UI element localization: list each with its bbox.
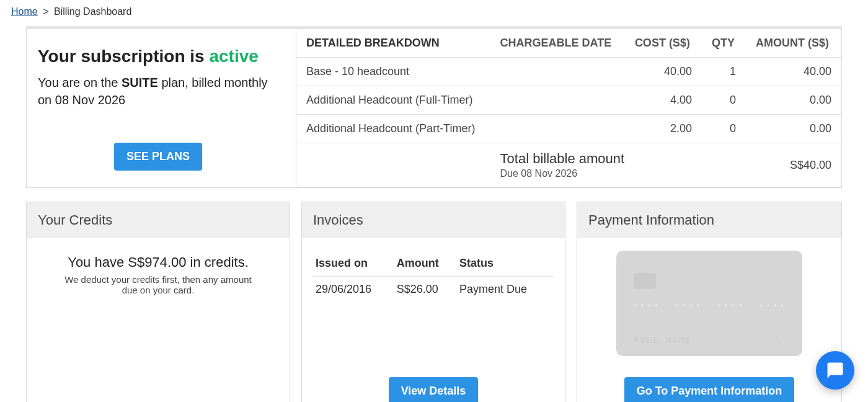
goto-payment-info-button[interactable]: Go To Payment Information: [624, 377, 795, 402]
invoices-header-status: Status: [457, 251, 554, 277]
credits-headline: You have S$974.00 in credits.: [38, 254, 278, 270]
breakdown-item-qty: 0: [702, 115, 746, 143]
breakdown-item-qty: 1: [702, 58, 746, 86]
invoices-title: Invoices: [302, 202, 565, 238]
view-details-button[interactable]: View Details: [389, 377, 479, 402]
breakdown-item-label: Additional Headcount (Part-Timer): [296, 115, 490, 143]
breakdown-row: Base - 10 headcount40.00140.00: [296, 58, 841, 86]
breadcrumb-current: Billing Dashboard: [54, 6, 131, 17]
card-number-dots: • • • •• • • •• • • •• • • •: [634, 302, 785, 310]
breakdown-header-qty: QTY: [702, 29, 746, 58]
card-chip-icon: [634, 273, 656, 289]
payment-title: Payment Information: [577, 202, 841, 238]
breakdown-item-cost: 4.00: [625, 86, 702, 115]
card-name-placeholder: FULL NAME: [634, 335, 692, 345]
card-expiry-placeholder: ../..: [768, 336, 785, 345]
invoice-row: 29/06/2016S$26.00Payment Due: [313, 277, 554, 303]
invoices-header-issued: Issued on: [313, 251, 394, 277]
breakdown-header-amount: AMOUNT (S$): [746, 29, 841, 58]
subscription-title-prefix: Your subscription is: [38, 47, 209, 66]
subscription-desc-prefix: You are on the: [38, 76, 122, 89]
breakdown-item-cost: 2.00: [625, 115, 702, 143]
breakdown-item-label: Additional Headcount (Full-Timer): [296, 86, 490, 115]
breadcrumb-home-link[interactable]: Home: [11, 6, 38, 17]
breakdown-item-chargeable: [490, 115, 625, 143]
credits-subtext: We deduct your credits first, then any a…: [38, 274, 278, 295]
breakdown-header-chargeable: CHARGEABLE DATE: [490, 29, 625, 58]
breakdown-item-amount: 0.00: [746, 86, 841, 115]
breakdown-row: Additional Headcount (Full-Timer)4.0000.…: [296, 86, 841, 115]
credit-card-placeholder: • • • •• • • •• • • •• • • • FULL NAME .…: [616, 251, 802, 356]
breadcrumb-separator: >: [43, 6, 48, 17]
breakdown-header-cost: COST (S$): [625, 29, 702, 58]
total-billable-label: Total billable amount: [500, 151, 693, 167]
breakdown-panel: DETAILED BREAKDOWN CHARGEABLE DATE COST …: [296, 29, 842, 188]
breakdown-item-label: Base - 10 headcount: [296, 58, 490, 86]
invoices-header-amount: Amount: [394, 251, 457, 277]
invoice-cell-amount: S$26.00: [394, 277, 457, 303]
invoices-table: Issued on Amount Status 29/06/2016S$26.0…: [313, 251, 554, 302]
breakdown-header-detailed: DETAILED BREAKDOWN: [296, 29, 490, 58]
invoices-card: Invoices Issued on Amount Status 29/06/2…: [301, 202, 565, 402]
subscription-card: Your subscription is active You are on t…: [26, 29, 296, 188]
total-amount: S$40.00: [746, 143, 841, 187]
invoice-cell-status: Payment Due: [457, 277, 554, 303]
credits-card: Your Credits You have S$974.00 in credit…: [26, 202, 290, 402]
subscription-title: Your subscription is active: [38, 47, 278, 66]
breadcrumb: Home > Billing Dashboard: [0, 0, 868, 26]
invoice-cell-issued: 29/06/2016: [313, 277, 394, 303]
subscription-description: You are on the SUITE plan, billed monthl…: [38, 74, 278, 109]
breakdown-item-chargeable: [490, 58, 625, 86]
payment-card: Payment Information • • • •• • • •• • • …: [577, 202, 842, 402]
see-plans-button[interactable]: SEE PLANS: [114, 143, 202, 171]
breakdown-row: Additional Headcount (Part-Timer)2.0000.…: [296, 115, 841, 143]
total-due-date: Due 08 Nov 2026: [500, 168, 693, 179]
subscription-plan-name: SUITE: [122, 76, 158, 89]
credits-title: Your Credits: [27, 202, 290, 238]
breakdown-table: DETAILED BREAKDOWN CHARGEABLE DATE COST …: [296, 29, 841, 187]
breakdown-item-amount: 0.00: [746, 115, 841, 143]
breakdown-item-amount: 40.00: [746, 58, 841, 86]
breakdown-item-chargeable: [490, 86, 625, 115]
breakdown-item-cost: 40.00: [625, 58, 702, 86]
chat-icon: [826, 361, 844, 380]
chat-widget-button[interactable]: [816, 351, 854, 390]
subscription-status: active: [209, 47, 258, 66]
breakdown-item-qty: 0: [702, 86, 746, 115]
